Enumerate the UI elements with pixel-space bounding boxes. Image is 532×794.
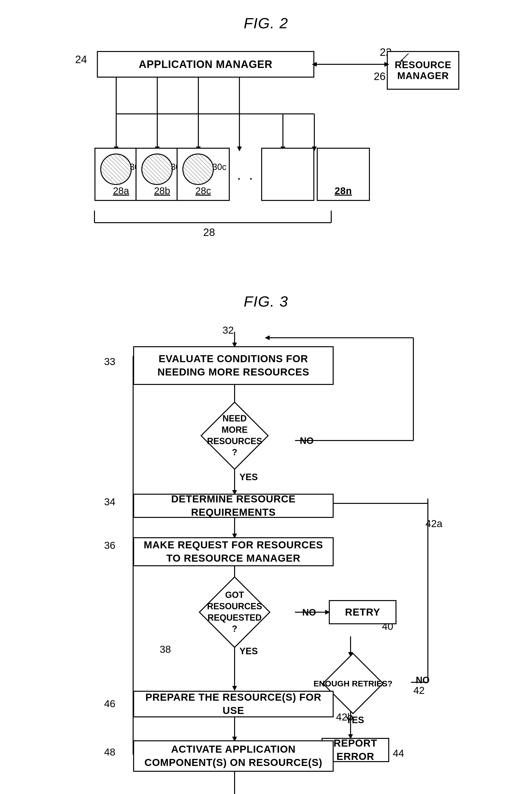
- ref-42b: 42b: [336, 711, 353, 723]
- svg-marker-15: [237, 147, 242, 151]
- got-resources-diamond: GOT RESOURCES REQUESTED ?: [169, 578, 300, 646]
- ref-48: 48: [104, 746, 115, 758]
- svg-marker-28: [265, 335, 270, 340]
- ref-36: 36: [104, 540, 115, 551]
- ref-42: 42: [413, 685, 425, 696]
- retry-box: RETRY: [329, 600, 397, 624]
- fig2-section: FIG. 2 22 24 APPLICATION MANAGER RESOURC…: [19, 15, 513, 264]
- label-yes-need: YES: [240, 472, 258, 482]
- node-label-28n: 28n: [335, 185, 352, 196]
- node-28c: 30c 28c: [177, 148, 230, 201]
- circle-30c: [183, 153, 214, 185]
- node-label-28c: 28c: [195, 185, 211, 196]
- fig3-title: FIG. 3: [19, 293, 513, 310]
- ref-26: 26: [374, 70, 385, 82]
- app-manager-box: APPLICATION MANAGER: [97, 51, 314, 78]
- determine-box: DETERMINE RESOURCE REQUIREMENTS: [133, 494, 334, 518]
- resource-manager-box: RESOURCE MANAGER: [387, 51, 459, 90]
- need-resources-diamond: NEED MORE RESOURCES ?: [169, 402, 300, 469]
- svg-marker-48: [232, 686, 237, 691]
- ref-34: 34: [104, 496, 115, 508]
- page: FIG. 2 22 24 APPLICATION MANAGER RESOURC…: [0, 0, 532, 794]
- prepare-box: PREPARE THE RESOURCE(S) FOR USE: [133, 691, 334, 717]
- ref-46: 46: [104, 698, 115, 709]
- ref-24: 24: [75, 53, 87, 66]
- ref-33: 33: [104, 356, 115, 368]
- label-no-got: NO: [302, 607, 316, 618]
- label-no-retries: NO: [416, 675, 430, 685]
- fig2-title: FIG. 2: [19, 15, 513, 32]
- node-28n: 28n: [317, 148, 370, 201]
- circle-30b: [141, 153, 173, 185]
- fig2-diagram: 22 24 APPLICATION MANAGER RESOURCE MANAG…: [73, 46, 459, 264]
- ref-28: 28: [203, 226, 215, 238]
- node-label-28b: 28b: [154, 185, 170, 196]
- node-label-28a: 28a: [113, 185, 129, 196]
- activate-box: ACTIVATE APPLICATION COMPONENT(S) ON RES…: [133, 740, 334, 772]
- label-yes-got: YES: [240, 646, 258, 657]
- evaluate-box: EVALUATE CONDITIONS FOR NEEDING MORE RES…: [133, 346, 334, 385]
- ref-30c: 30c: [212, 162, 226, 172]
- node-empty1: [261, 148, 314, 201]
- ref-32: 32: [223, 325, 234, 336]
- label-no-need: NO: [300, 436, 314, 446]
- fig3-diagram: 32 33 EVALUATE CONDITIONS FOR NEEDING MO…: [85, 325, 447, 794]
- ref-42a: 42a: [425, 518, 442, 530]
- make-request-box: MAKE REQUEST FOR RESOURCES TO RESOURCE M…: [133, 537, 334, 566]
- circle-30a: [100, 153, 132, 185]
- fig3-section: FIG. 3: [19, 293, 513, 794]
- ref-44: 44: [393, 747, 404, 759]
- ref-38: 38: [160, 644, 171, 655]
